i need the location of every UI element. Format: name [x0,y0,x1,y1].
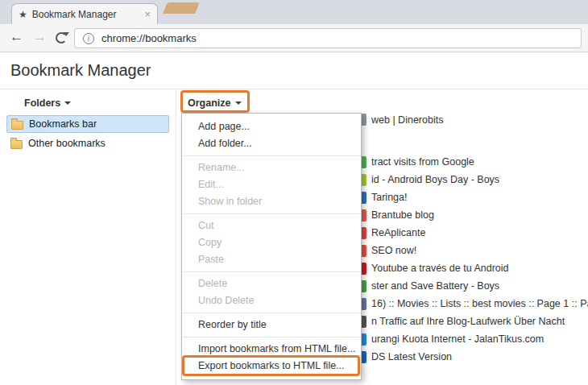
menu-item-delete: Delete [182,275,361,292]
sidebar-item-bookmarks-bar[interactable]: Bookmarks bar [6,115,169,133]
bookmark-title: tract visits from Google [371,156,474,168]
bookmark-title: urangi Kuota Internet - JalanTikus.com [371,333,544,345]
menu-item-add-page[interactable]: Add page... [182,118,361,135]
bookmark-title: web | Dinerobits [371,114,443,126]
menu-item-undo-delete: Undo Delete [182,292,361,309]
folder-icon [11,121,23,130]
menu-item-reorder-by-title[interactable]: Reorder by title [182,317,361,333]
bookmark-title: id - Android Boys Day - Boys [371,174,499,185]
menu-item-import-bookmarks[interactable]: Import bookmarks from HTML file... [182,341,361,358]
menu-item-export-bookmarks[interactable]: Export bookmarks to HTML file... [182,358,361,375]
bookmark-item[interactable]: Youtube a través de tu Android [354,259,588,277]
url-text: chrome://bookmarks [101,32,197,44]
chevron-down-icon [235,101,242,105]
tab-stub [163,2,200,14]
sidebar-item-other-bookmarks[interactable]: Other bookmarks [6,135,169,152]
page-title: Bookmark Manager [10,61,151,80]
menu-separator [183,213,360,214]
bookmark-title: Taringa! [371,192,407,203]
chevron-down-icon [64,101,71,105]
bookmark-item[interactable]: SEO now! [354,242,588,259]
forward-button[interactable]: → [33,29,47,45]
menu-item-paste: Paste [182,251,361,268]
bookmark-title: ster and Save Battery - Boys [371,280,499,292]
organize-label: Organize [188,97,231,109]
bookmark-title: Youtube a través de tu Android [371,263,509,274]
bookmark-item[interactable]: DS Latest Version [354,348,588,366]
bookmark-item[interactable]: n Traffic auf Ihre Blog-Laufwerk Über Na… [354,313,588,330]
folders-dropdown[interactable]: Folders [24,97,71,109]
address-bar[interactable]: i chrome://bookmarks [74,28,582,48]
menu-item-rename: Rename... [182,159,361,176]
sidebar-divider [176,89,176,385]
info-icon[interactable]: i [83,33,94,44]
bookmark-item[interactable]: id - Android Boys Day - Boys [354,171,588,188]
tab-close-icon[interactable]: × [144,9,151,19]
bookmark-title: ReAplicante [371,227,425,238]
menu-item-cut: Cut [182,217,361,234]
menu-separator [183,155,360,156]
organize-dropdown[interactable]: Organize [188,97,242,109]
sidebar-item-label: Bookmarks bar [29,118,97,130]
organize-menu: Add page... Add folder... Rename... Edit… [181,113,362,380]
bookmark-item[interactable]: ster and Save Battery - Boys [354,277,588,295]
folders-label: Folders [24,97,60,109]
menu-separator [183,313,360,313]
tab-strip: ★ Bookmark Manager × [0,0,588,24]
browser-window: ★ Bookmark Manager × ← → i chrome://book… [0,0,588,385]
bookmark-title: SEO now! [371,245,416,256]
bookmark-title: DS Latest Version [371,351,452,362]
menu-item-edit: Edit... [182,176,361,193]
refresh-button[interactable] [56,32,67,43]
menu-item-show-in-folder: Show in folder [182,193,361,210]
bookmark-list: tract visits from Google id - Android Bo… [354,153,588,366]
bookmark-title: Brantube blog [371,209,434,221]
star-favicon-icon: ★ [19,10,27,19]
menu-separator [183,337,360,337]
bookmark-item[interactable]: 16) :: Movies :: Lists :: best movies ::… [354,295,588,313]
bookmark-item[interactable]: urangi Kuota Internet - JalanTikus.com [354,330,588,348]
navigation-bar: ← → i chrome://bookmarks [0,24,588,52]
header-divider [0,89,588,89]
bookmark-item[interactable]: ReAplicante [354,224,588,242]
bookmark-item[interactable]: Taringa! [354,188,588,206]
tab-bookmark-manager[interactable]: ★ Bookmark Manager × [11,3,158,24]
menu-item-add-folder[interactable]: Add folder... [182,135,361,152]
bookmark-item[interactable]: tract visits from Google [354,153,588,171]
back-button[interactable]: ← [10,29,23,45]
bookmark-item[interactable]: Brantube blog [354,206,588,224]
menu-separator [183,271,360,272]
sidebar-item-label: Other bookmarks [28,138,106,149]
bookmark-title: 16) :: Movies :: Lists :: best movies ::… [371,298,588,309]
tab-title: Bookmark Manager [32,9,140,20]
bookmark-title: n Traffic auf Ihre Blog-Laufwerk Über Na… [371,316,565,327]
menu-item-copy: Copy [182,234,361,251]
bookmark-item[interactable]: web | Dinerobits [354,111,443,128]
folder-icon [10,140,23,149]
